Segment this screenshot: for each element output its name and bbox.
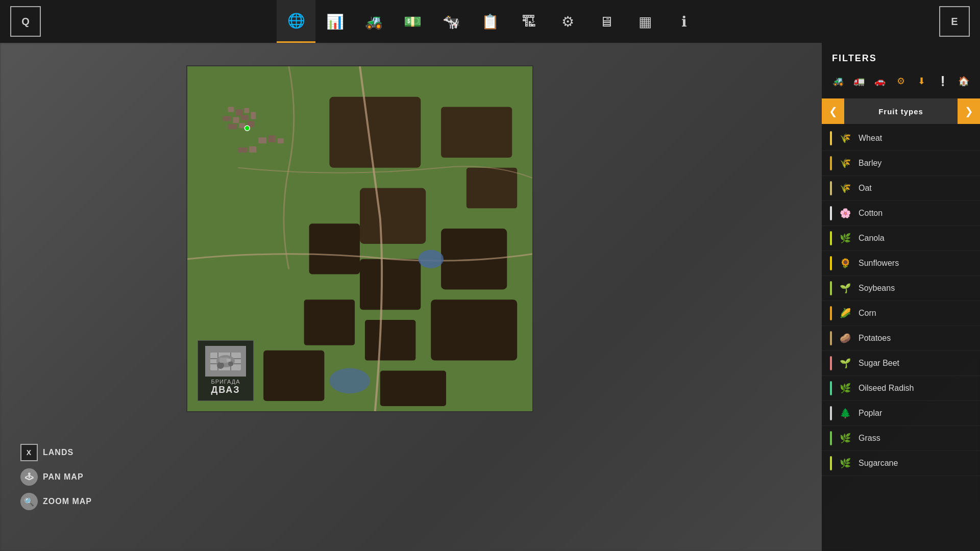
svg-rect-23 <box>239 123 245 128</box>
filter-truck[interactable]: 🚛 <box>851 72 868 90</box>
fruit-item-grass[interactable]: 🌿 Grass <box>822 426 980 451</box>
svg-rect-7 <box>360 259 421 310</box>
fruit-item-sugarcane[interactable]: 🌿 Sugarcane <box>822 451 980 476</box>
topbar: Q 🌐 📊 🚜 💵 🐄 📋 🏗 ⚙ 🖥 ▦ ℹ E <box>0 0 980 43</box>
nav-silo[interactable]: 🏗 <box>509 0 548 43</box>
nav-tractor[interactable]: 🚜 <box>354 0 393 43</box>
sugarcane-color <box>830 456 832 470</box>
svg-rect-29 <box>249 146 256 153</box>
map-logo <box>205 346 246 377</box>
nav-dollar[interactable]: 💵 <box>393 0 432 43</box>
filter-gear[interactable]: ⚙ <box>893 72 910 90</box>
pan-label: PAN MAP <box>43 472 84 482</box>
svg-rect-28 <box>238 147 247 153</box>
nav-info[interactable]: ℹ <box>665 0 703 43</box>
barley-icon: 🌾 <box>838 156 852 170</box>
svg-rect-4 <box>360 188 426 244</box>
svg-point-38 <box>228 361 233 366</box>
nav-gear[interactable]: ⚙ <box>548 0 587 43</box>
oat-color <box>830 181 832 195</box>
soybeans-name: Soybeans <box>859 284 895 293</box>
svg-rect-21 <box>251 112 256 119</box>
grass-color <box>830 431 832 445</box>
svg-rect-9 <box>304 299 355 345</box>
nav-doc[interactable]: 📋 <box>471 0 509 43</box>
fruit-item-barley[interactable]: 🌾 Barley <box>822 151 980 176</box>
fruit-nav-next[interactable]: ❯ <box>958 98 980 124</box>
map-container[interactable]: БРИГАДА ДВАЗ <box>186 65 533 412</box>
nav-chart[interactable]: 📊 <box>315 0 354 43</box>
svg-rect-2 <box>441 107 512 158</box>
nav-globe[interactable]: 🌐 <box>277 0 315 43</box>
fruit-item-canola[interactable]: 🌿 Canola <box>822 226 980 251</box>
fruit-item-poplar[interactable]: 🌲 Poplar <box>822 401 980 426</box>
soybeans-icon: 🌱 <box>838 281 852 295</box>
topbar-right: E <box>939 6 980 37</box>
zoom-label: ZOOM MAP <box>43 497 92 506</box>
pan-map-control[interactable]: 🕹 PAN MAP <box>20 468 92 486</box>
nav-monitor[interactable]: 🖥 <box>587 0 626 43</box>
poplar-icon: 🌲 <box>838 406 852 420</box>
svg-rect-10 <box>365 320 415 361</box>
nav-boxes[interactable]: ▦ <box>626 0 665 43</box>
grass-name: Grass <box>859 434 880 443</box>
svg-rect-5 <box>309 223 360 274</box>
filter-alert[interactable]: ❕ <box>934 72 951 90</box>
sugar-beet-icon: 🌱 <box>838 356 852 370</box>
fruit-item-cotton[interactable]: 🌸 Cotton <box>822 201 980 226</box>
fruit-nav-prev[interactable]: ❮ <box>822 98 844 124</box>
cotton-color <box>830 206 832 220</box>
sunflowers-color <box>830 256 832 270</box>
fruit-item-soybeans[interactable]: 🌱 Soybeans <box>822 276 980 301</box>
soybeans-color <box>830 281 832 295</box>
sugarcane-icon: 🌿 <box>838 456 852 470</box>
sunflowers-name: Sunflowers <box>859 259 899 268</box>
lands-control[interactable]: X LANDS <box>20 444 92 461</box>
fruit-item-oilseed-radish[interactable]: 🌿 Oilseed Radish <box>822 376 980 401</box>
oilseed-radish-icon: 🌿 <box>838 381 852 395</box>
corn-icon: 🌽 <box>838 306 852 320</box>
topbar-left: Q <box>0 6 41 37</box>
svg-rect-26 <box>268 135 276 142</box>
svg-rect-19 <box>233 117 239 123</box>
oat-icon: 🌾 <box>838 181 852 195</box>
zoom-map-control[interactable]: 🔍 ZOOM MAP <box>20 493 92 510</box>
fruit-item-wheat[interactable]: 🌾 Wheat <box>822 126 980 151</box>
poplar-color <box>830 406 832 420</box>
filter-tractor[interactable]: 🚜 <box>830 72 847 90</box>
fruit-nav: ❮ Fruit types ❯ <box>822 98 980 124</box>
sugar-beet-name: Sugar Beet <box>859 359 899 368</box>
svg-rect-20 <box>241 115 248 120</box>
cotton-icon: 🌸 <box>838 206 852 220</box>
lands-label: LANDS <box>43 448 74 457</box>
svg-rect-27 <box>278 138 284 143</box>
barley-name: Barley <box>859 159 881 168</box>
filters-title: FILTERS <box>822 53 980 72</box>
sugarcane-name: Sugarcane <box>859 459 898 468</box>
svg-rect-11 <box>263 350 324 401</box>
fruit-item-corn[interactable]: 🌽 Corn <box>822 301 980 326</box>
fruit-item-sugar-beet[interactable]: 🌱 Sugar Beet <box>822 351 980 376</box>
potatoes-color <box>830 331 832 345</box>
wheat-name: Wheat <box>859 134 882 143</box>
sugar-beet-color <box>830 356 832 370</box>
zoom-icon: 🔍 <box>20 493 38 510</box>
corn-color <box>830 306 832 320</box>
svg-rect-15 <box>228 107 234 112</box>
q-button[interactable]: Q <box>10 6 41 37</box>
fruit-item-potatoes[interactable]: 🥔 Potatoes <box>822 326 980 351</box>
svg-rect-25 <box>258 137 266 143</box>
filter-house[interactable]: 🏠 <box>955 72 972 90</box>
filter-vehicle[interactable]: 🚗 <box>872 72 889 90</box>
fruit-item-oat[interactable]: 🌾 Oat <box>822 176 980 201</box>
lands-key: X <box>20 444 38 461</box>
fruit-nav-title: Fruit types <box>844 98 958 124</box>
fruit-item-sunflowers[interactable]: 🌻 Sunflowers <box>822 251 980 276</box>
svg-rect-3 <box>467 168 517 209</box>
nav-cow[interactable]: 🐄 <box>432 0 471 43</box>
filter-download[interactable]: ⬇ <box>913 72 930 90</box>
svg-rect-22 <box>228 124 237 129</box>
wheat-color <box>830 131 832 145</box>
e-button[interactable]: E <box>939 6 970 37</box>
svg-rect-12 <box>380 370 446 406</box>
